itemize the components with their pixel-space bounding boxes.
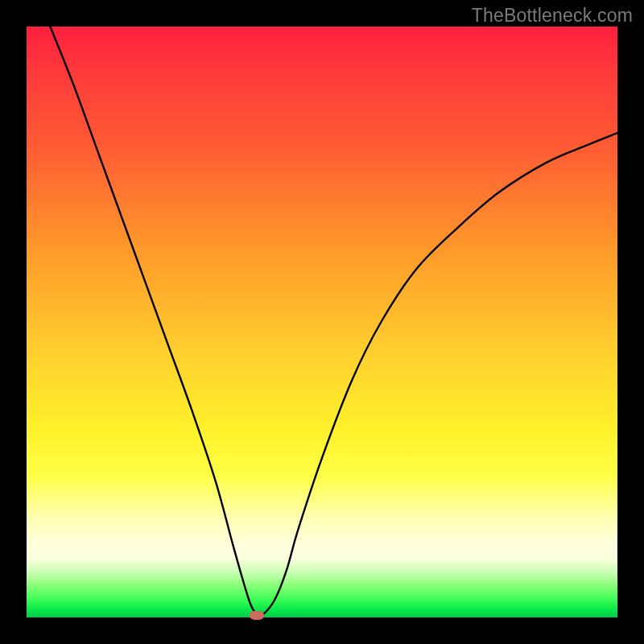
chart-stage: TheBottleneck.com [0, 0, 644, 644]
watermark-text: TheBottleneck.com [472, 5, 633, 27]
bottleneck-curve-path [50, 27, 617, 616]
optimal-marker [250, 611, 264, 620]
plot-area [27, 27, 617, 617]
curve-svg [27, 27, 617, 617]
